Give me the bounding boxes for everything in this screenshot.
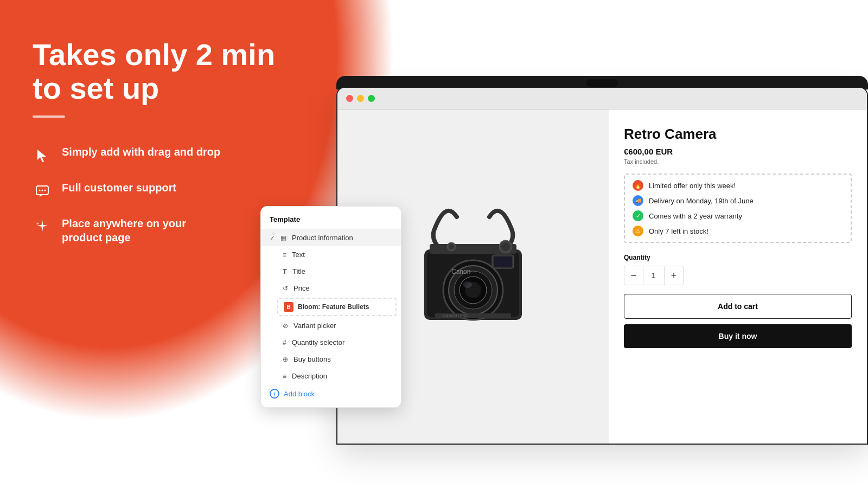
svg-point-2 [42,190,43,191]
svg-point-3 [44,190,46,191]
sparkle-icon [33,217,52,237]
cursor-icon [33,146,52,165]
menu-icon-text: ≡ [283,251,286,259]
bullet-warranty: ✓ Comes with a 2 year warranty [633,210,843,221]
bullet-text-delivery: Delivery on Monday, 19th of June [649,197,754,205]
browser-window: Canon CANON LENS Retro Camera €600,00 EU… [336,87,868,445]
headline-line2: to set up [33,71,159,105]
bullet-stock: ⚠ Only 7 left in stock! [633,226,843,236]
bullet-text-stock: Only 7 left in stock! [649,227,709,235]
svg-rect-14 [494,256,512,267]
headline: Takes only 2 min to set up [33,38,277,105]
buy-icon: ⊕ [283,356,288,363]
template-item-price[interactable]: ↺ Price [261,280,401,297]
quantity-decrease-button[interactable]: − [624,266,643,285]
desc-icon: ≡ [283,373,286,380]
template-item-label-title: Title [292,267,305,275]
template-item-label-buy: Buy buttons [293,355,331,363]
quantity-control: − 1 + [624,266,684,285]
template-item-text[interactable]: ≡ Text [261,246,401,263]
chat-icon [33,182,52,201]
quantity-value: 1 [643,266,665,285]
template-item-buy[interactable]: ⊕ Buy buttons [261,351,401,368]
template-item-quantity[interactable]: # Quantity selector [261,334,401,351]
template-item-bloom[interactable]: B Bloom: Feature Bullets [277,298,397,316]
browser-content: Canon CANON LENS Retro Camera €600,00 EU… [337,110,867,444]
bullet-icon-warranty: ✓ [633,210,643,221]
feature-text-support: Full customer support [62,181,176,195]
quantity-increase-button[interactable]: + [665,266,683,285]
divider [33,115,65,118]
template-item-label-product-info: Product information [292,234,353,242]
bullet-delivery: 🚚 Delivery on Monday, 19th of June [633,195,843,206]
bullet-icon-delivery: 🚚 [633,195,643,206]
traffic-light-red[interactable] [346,95,353,102]
template-panel: Template ✓ ▦ Product information ≡ Text … [260,206,401,408]
features-list: Simply add with drag and drop Full custo… [33,145,277,245]
product-title: Retro Camera [624,126,852,143]
quantity-label: Quantity [624,254,852,261]
price-icon: ↺ [283,285,288,292]
product-price: €600,00 EUR [624,147,852,156]
t-icon: T [283,267,287,275]
add-block-icon: + [270,389,279,399]
product-details: Retro Camera €600,00 EUR Tax included. 🔥… [609,110,867,444]
hash-icon: # [283,339,286,346]
feature-text-drag-drop: Simply add with drag and drop [62,145,220,159]
svg-point-21 [501,242,510,251]
feature-item-support: Full customer support [33,181,277,201]
template-item-label-quantity: Quantity selector [292,338,345,346]
svg-point-1 [39,190,41,191]
svg-text:CANON LENS: CANON LENS [443,314,468,318]
svg-text:Canon: Canon [451,268,470,275]
camera-image: Canon CANON LENS [381,184,565,369]
bullet-text-offer: Limited offer only this week! [649,182,736,190]
template-item-label-variant: Variant picker [293,322,336,330]
bottom-label: Bloom: Product Feature Bullets [33,457,163,466]
template-item-variant[interactable]: ⊘ Variant picker [261,317,401,334]
template-item-label-price: Price [293,284,310,292]
browser-titlebar [337,88,867,110]
bullet-icon-offer: 🔥 [633,180,643,191]
feature-item-place: Place anywhere on yourproduct page [33,216,277,245]
svg-point-12 [463,281,472,288]
bullet-text-warranty: Comes with a 2 year warranty [649,212,742,220]
template-item-label-text: Text [292,251,305,259]
template-item-description[interactable]: ≡ Description [261,368,401,384]
ti-grid-icon: ▦ [280,234,286,242]
laptop-camera [586,79,618,87]
svg-point-19 [449,244,454,249]
traffic-lights [346,95,375,102]
template-item-label-bloom: Bloom: Feature Bullets [298,303,369,311]
feature-text-place: Place anywhere on yourproduct page [62,216,186,245]
bloom-icon: B [284,302,293,312]
bullet-icon-stock: ⚠ [633,226,643,236]
traffic-light-green[interactable] [368,95,375,102]
circle-icon: ⊘ [283,322,288,330]
headline-line1: Takes only 2 min [33,37,275,72]
feature-bullets-box: 🔥 Limited offer only this week! 🚚 Delive… [624,174,852,243]
template-item-label-description: Description [292,372,327,380]
add-block[interactable]: + Add block [261,384,401,403]
template-item-title[interactable]: T Title [261,263,401,280]
traffic-light-yellow[interactable] [357,95,364,102]
add-block-label: Add block [284,390,315,398]
buy-now-button[interactable]: Buy it now [624,324,852,348]
template-panel-title: Template [261,215,401,229]
template-item-product-info[interactable]: ✓ ▦ Product information [261,229,401,246]
add-to-cart-button[interactable]: Add to cart [624,294,852,319]
tax-text: Tax included. [624,158,852,165]
feature-item-drag-drop: Simply add with drag and drop [33,145,277,165]
check-icon: ✓ [270,234,275,242]
bullet-offer: 🔥 Limited offer only this week! [633,180,843,191]
